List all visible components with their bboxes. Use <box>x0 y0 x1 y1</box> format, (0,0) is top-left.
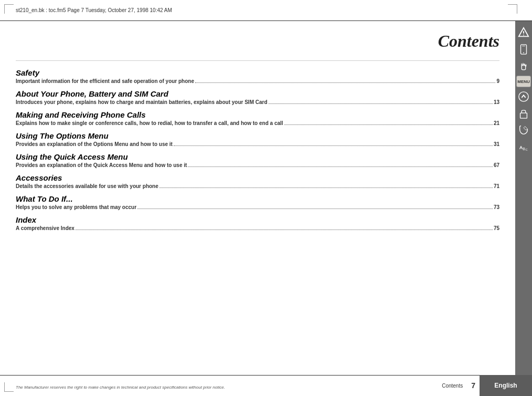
toc-dots-calls <box>284 124 493 125</box>
svg-text:B: B <box>523 147 525 151</box>
toc-entry-index: Index A comprehensive Index 75 <box>16 215 499 231</box>
toc-heading-accessories: Accessories <box>16 173 499 182</box>
toc-dots-troubleshoot <box>137 209 493 209</box>
toc-dots-safety <box>195 82 495 83</box>
toc-desc-text-index: A comprehensive Index <box>16 225 75 231</box>
toc-desc-text-options: Provides an explanation of the Options M… <box>16 141 173 147</box>
toc-desc-index: A comprehensive Index 75 <box>16 225 499 231</box>
toc-dots-about <box>269 103 493 104</box>
toc-dots-accessories <box>159 187 493 188</box>
toc-entry-accessories: Accessories Details the accessories avai… <box>16 173 499 189</box>
bottom-bar: The Manufacturer reserves the right to m… <box>0 375 532 396</box>
toc-heading-calls: Making and Receiving Phone Calls <box>16 110 499 119</box>
toc-dots-index <box>76 230 493 230</box>
svg-rect-7 <box>520 113 527 118</box>
svg-point-6 <box>519 92 528 101</box>
svg-text:C: C <box>526 148 528 151</box>
toc-entry-about: About Your Phone, Battery and SIM Card I… <box>16 89 499 105</box>
right-sidebar: MENU A B C <box>515 21 532 375</box>
phone-edit-icon[interactable] <box>516 123 531 138</box>
bottom-disclaimer: The Manufacturer reserves the right to m… <box>16 385 225 390</box>
toc-page-troubleshoot: 73 <box>494 204 499 210</box>
toc-heading-quickaccess: Using the Quick Access Menu <box>16 152 499 161</box>
toc-desc-options: Provides an explanation of the Options M… <box>16 141 499 147</box>
toc-entry-safety: Safety Important information for the eff… <box>16 68 499 84</box>
toc-desc-text-quickaccess: Provides an explanation of the Quick Acc… <box>16 162 187 168</box>
toc-desc-quickaccess: Provides an explanation of the Quick Acc… <box>16 162 499 168</box>
toc-page-calls: 21 <box>494 120 499 126</box>
up-arrow-icon[interactable] <box>516 89 531 104</box>
warning-icon[interactable] <box>516 25 531 40</box>
toc-dots-quickaccess <box>188 166 493 167</box>
toc-page-index: 75 <box>494 225 499 231</box>
toc-heading-about: About Your Phone, Battery and SIM Card <box>16 89 499 98</box>
toc-dots-options <box>174 145 493 146</box>
svg-point-4 <box>523 53 524 54</box>
toc-heading-safety: Safety <box>16 68 499 77</box>
title-divider <box>16 60 499 61</box>
svg-point-2 <box>523 35 524 36</box>
toc-desc-safety: Important information for the efficient … <box>16 78 499 84</box>
main-content: Contents Safety Important information fo… <box>0 21 515 375</box>
top-bar: st210_en.bk : toc.fm5 Page 7 Tuesday, Oc… <box>0 0 532 21</box>
toc-desc-text-calls: Explains how to make single or conferenc… <box>16 120 283 126</box>
toc-list: Safety Important information for the eff… <box>16 68 499 231</box>
toc-page-quickaccess: 67 <box>494 162 499 168</box>
toc-heading-troubleshoot: What To Do If... <box>16 194 499 203</box>
hand-icon[interactable] <box>516 59 531 74</box>
top-bar-text: st210_en.bk : toc.fm5 Page 7 Tuesday, Oc… <box>16 7 172 13</box>
toc-heading-options: Using The Options Menu <box>16 131 499 140</box>
language-label: English <box>494 382 517 389</box>
phone-icon[interactable] <box>516 42 531 57</box>
menu-label: MENU <box>517 79 530 84</box>
toc-entry-options: Using The Options Menu Provides an expla… <box>16 131 499 147</box>
toc-page-options: 31 <box>494 141 499 147</box>
toc-desc-text-about: Introduces your phone, explains how to c… <box>16 99 268 105</box>
bottom-label: Contents <box>442 383 467 389</box>
toc-entry-quickaccess: Using the Quick Access Menu Provides an … <box>16 152 499 168</box>
toc-heading-index: Index <box>16 215 499 224</box>
toc-desc-troubleshoot: Helps you to solve any problems that may… <box>16 204 499 210</box>
toc-entry-troubleshoot: What To Do If... Helps you to solve any … <box>16 194 499 210</box>
toc-desc-accessories: Details the accessories available for us… <box>16 183 499 189</box>
toc-desc-text-accessories: Details the accessories available for us… <box>16 183 158 189</box>
lock-icon[interactable] <box>516 106 531 121</box>
abc-icon[interactable]: A B C <box>516 140 531 154</box>
toc-desc-text-troubleshoot: Helps you to solve any problems that may… <box>16 204 136 210</box>
menu-button[interactable]: MENU <box>516 76 531 87</box>
toc-desc-calls: Explains how to make single or conferenc… <box>16 120 499 126</box>
toc-desc-about: Introduces your phone, explains how to c… <box>16 99 499 105</box>
toc-entry-calls: Making and Receiving Phone Calls Explain… <box>16 110 499 126</box>
toc-page-accessories: 71 <box>494 183 499 189</box>
toc-page-about: 13 <box>494 99 499 105</box>
bottom-right: Contents 7 English <box>442 375 532 396</box>
english-badge: English <box>480 375 532 396</box>
toc-page-safety: 9 <box>496 78 499 84</box>
page-title: Contents <box>16 32 499 51</box>
bottom-page: 7 <box>467 381 480 390</box>
toc-desc-text-safety: Important information for the efficient … <box>16 78 194 84</box>
